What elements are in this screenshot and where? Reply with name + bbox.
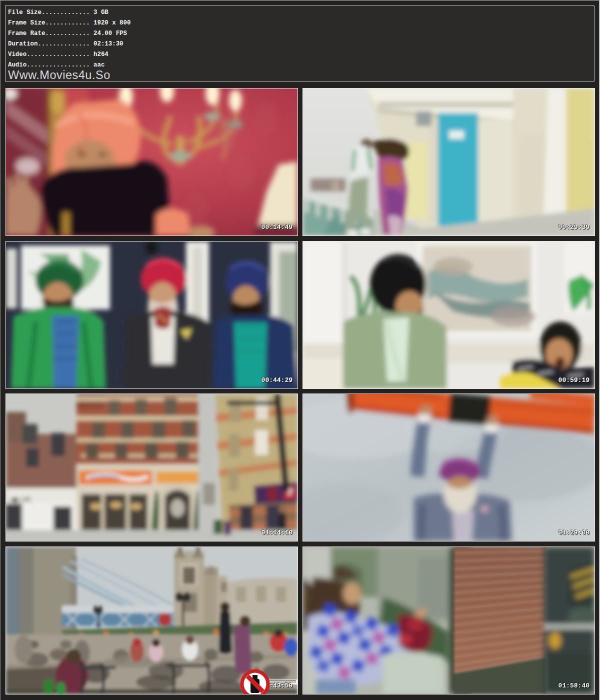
svg-text:◀▶ UK: ◀▶ UK bbox=[10, 496, 32, 503]
